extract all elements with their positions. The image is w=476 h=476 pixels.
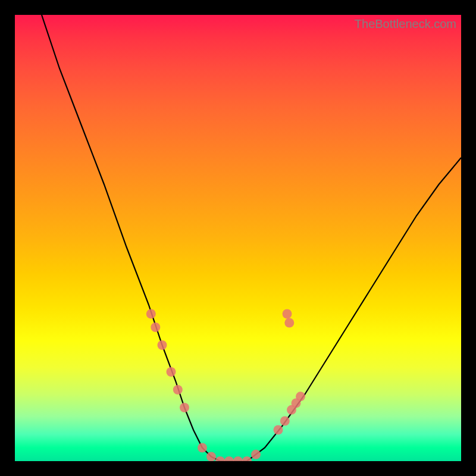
data-marker [215, 456, 225, 461]
data-marker [158, 340, 167, 350]
data-marker [151, 322, 160, 332]
data-marker [233, 456, 243, 461]
data-marker [198, 443, 207, 453]
data-marker [167, 367, 176, 377]
data-marker [180, 403, 189, 412]
chart-svg [15, 15, 461, 461]
data-marker [283, 309, 292, 319]
data-marker [280, 416, 290, 426]
bottleneck-curve [42, 15, 461, 461]
data-marker [274, 425, 283, 435]
data-marker [251, 450, 261, 459]
chart-container: TheBottleneck.com [0, 0, 476, 476]
data-marker [242, 456, 252, 461]
watermark-text: TheBottleneck.com [355, 17, 456, 31]
markers-group [146, 309, 305, 462]
data-marker [206, 452, 216, 462]
curve-group [42, 15, 461, 461]
data-marker [296, 392, 305, 401]
data-marker [284, 318, 294, 328]
data-marker [173, 385, 183, 394]
data-marker [224, 456, 234, 461]
plot-area: TheBottleneck.com [15, 15, 461, 461]
data-marker [146, 309, 156, 319]
